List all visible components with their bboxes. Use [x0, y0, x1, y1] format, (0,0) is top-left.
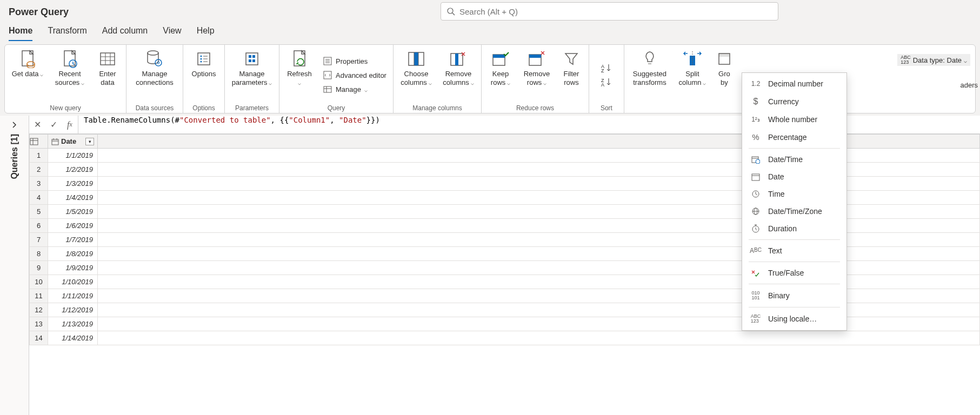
row-header[interactable]: 3 [30, 177, 48, 191]
keep-rows-button[interactable]: Keep rows [485, 47, 516, 103]
svg-point-11 [148, 51, 158, 55]
row-header[interactable]: 6 [30, 219, 48, 233]
calendar-icon [51, 138, 59, 145]
tab-view[interactable]: View [163, 26, 181, 41]
enter-data-button[interactable]: Enter data [92, 47, 123, 103]
type-datetime[interactable]: Date/Time [742, 151, 846, 168]
date-cell[interactable]: 1/7/2019 [48, 233, 98, 247]
get-data-label: Get data [12, 70, 39, 78]
svg-rect-57 [52, 139, 58, 145]
row-header[interactable]: 4 [30, 191, 48, 205]
datatype-dropdown: 1.2Decimal number $Currency 1²₃Whole num… [742, 72, 847, 331]
date-cell[interactable]: 1/10/2019 [48, 275, 98, 289]
binary-icon: 010101 [750, 291, 762, 300]
date-cell[interactable]: 1/1/2019 [48, 149, 98, 163]
tab-home[interactable]: Home [9, 26, 32, 41]
row-header[interactable]: 9 [30, 261, 48, 275]
date-cell[interactable]: 1/9/2019 [48, 261, 98, 275]
type-currency[interactable]: $Currency [742, 92, 846, 111]
sort-asc-icon: AZ [601, 63, 612, 73]
formula-cancel-button[interactable]: ✕ [29, 116, 45, 133]
expand-pane-icon[interactable] [11, 121, 18, 129]
currency-icon: $ [750, 97, 762, 106]
search-box[interactable] [441, 2, 778, 21]
row-header[interactable]: 1 [30, 149, 48, 163]
manage-connections-button[interactable]: Manage connections [130, 47, 179, 103]
table-icon [30, 137, 38, 146]
date-cell[interactable]: 1/6/2019 [48, 219, 98, 233]
type-bool[interactable]: True/False [742, 264, 846, 282]
type-decimal[interactable]: 1.2Decimal number [742, 75, 846, 92]
formula-commit-button[interactable]: ✓ [45, 116, 62, 133]
date-cell[interactable]: 1/13/2019 [48, 317, 98, 331]
group-by-button[interactable]: Groby [713, 47, 736, 112]
svg-point-3 [27, 62, 35, 66]
manage-button[interactable]: Manage [319, 83, 390, 96]
properties-icon [323, 56, 332, 66]
group-by-icon [717, 51, 732, 66]
refresh-button[interactable]: Refresh [283, 47, 316, 103]
row-header[interactable]: 13 [30, 317, 48, 331]
corner-cell[interactable] [30, 135, 48, 149]
column-header-date[interactable]: Date ▾ [48, 135, 98, 149]
row-header[interactable]: 5 [30, 205, 48, 219]
row-header[interactable]: 14 [30, 331, 48, 345]
type-date[interactable]: Date [742, 168, 846, 185]
fx-icon[interactable]: fx [62, 116, 78, 133]
type-dtz[interactable]: Date/Time/Zone [742, 203, 846, 220]
tab-help[interactable]: Help [197, 26, 215, 41]
group-label-reduce-rows: Reduce rows [485, 103, 585, 112]
remove-rows-button[interactable]: Remove rows [519, 47, 554, 103]
date-cell[interactable]: 1/4/2019 [48, 191, 98, 205]
manage-parameters-label: Manage parameters [232, 70, 268, 86]
tab-add-column[interactable]: Add column [102, 26, 148, 41]
type-duration-label: Duration [768, 224, 797, 233]
type-text[interactable]: ABCText [742, 242, 846, 259]
type-whole[interactable]: 1²₃Whole number [742, 111, 846, 128]
empty-cell [98, 261, 980, 275]
row-header[interactable]: 11 [30, 289, 48, 303]
empty-cell [98, 177, 980, 191]
date-cell[interactable]: 1/2/2019 [48, 163, 98, 177]
split-column-button[interactable]: Split column [675, 47, 710, 112]
suggested-transforms-button[interactable]: Suggested transforms [628, 47, 672, 112]
sort-desc-button[interactable]: ZA [598, 76, 615, 89]
queries-pane-label[interactable]: Queries [1] [10, 134, 19, 179]
date-cell[interactable]: 1/5/2019 [48, 205, 98, 219]
date-cell[interactable]: 1/11/2019 [48, 289, 98, 303]
row-header[interactable]: 12 [30, 303, 48, 317]
svg-rect-21 [246, 53, 258, 65]
type-binary[interactable]: 010101Binary [742, 286, 846, 305]
row-header[interactable]: 10 [30, 275, 48, 289]
date-cell[interactable]: 1/3/2019 [48, 177, 98, 191]
type-percentage[interactable]: %Percentage [742, 128, 846, 146]
advanced-editor-button[interactable]: Advanced editor [319, 69, 390, 82]
manage-parameters-button[interactable]: Manage parameters [228, 47, 276, 103]
recent-sources-button[interactable]: Recent sources [50, 47, 89, 103]
filter-rows-button[interactable]: Filter rows [557, 47, 585, 103]
split-column-label: Split column [679, 70, 702, 86]
table-row[interactable]: 141/14/2019 [30, 331, 980, 345]
remove-columns-icon [450, 51, 467, 66]
type-locale[interactable]: ABC123Using locale… [742, 310, 846, 328]
date-cell[interactable]: 1/12/2019 [48, 303, 98, 317]
row-header[interactable]: 8 [30, 247, 48, 261]
options-button[interactable]: Options [186, 47, 221, 103]
row-header[interactable]: 7 [30, 233, 48, 247]
search-input[interactable] [459, 7, 772, 16]
remove-columns-button[interactable]: Remove columns [439, 47, 478, 103]
choose-columns-button[interactable]: Choose columns [397, 47, 436, 103]
get-data-button[interactable]: Get data [8, 47, 47, 103]
date-cell[interactable]: 1/8/2019 [48, 247, 98, 261]
row-header[interactable]: 2 [30, 163, 48, 177]
column-filter-button[interactable]: ▾ [85, 138, 94, 145]
type-duration[interactable]: Duration [742, 220, 846, 237]
date-cell[interactable]: 1/14/2019 [48, 331, 98, 345]
type-time[interactable]: Time [742, 185, 846, 203]
group-query: Refresh Properties Advanced editor Manag… [279, 45, 394, 113]
tab-transform[interactable]: Transform [48, 26, 86, 41]
type-binary-label: Binary [768, 291, 790, 300]
properties-button[interactable]: Properties [319, 55, 390, 68]
sort-asc-button[interactable]: AZ [598, 62, 615, 75]
data-type-button[interactable]: ABC123 Data type: Date [897, 54, 970, 66]
